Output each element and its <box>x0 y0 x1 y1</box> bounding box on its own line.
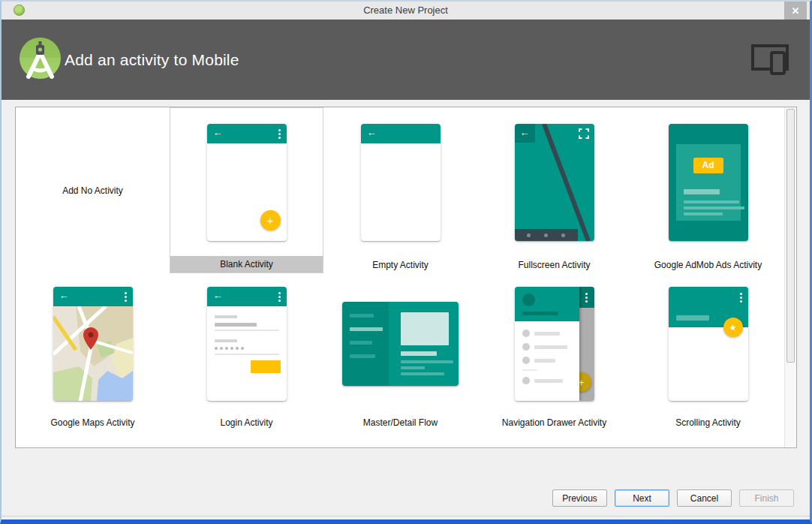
template-add-no-activity[interactable]: Add No Activity <box>16 107 170 273</box>
blank-activity-thumbnail: ← + <box>207 124 287 241</box>
template-empty-activity[interactable]: ← Empty Activity <box>323 107 477 273</box>
overflow-menu-icon <box>125 292 127 302</box>
admob-activity-thumbnail: Ad <box>669 124 748 241</box>
add-icon: + <box>267 214 274 227</box>
template-label: Scrolling Activity <box>631 414 785 431</box>
template-master-detail-flow[interactable]: Master/Detail Flow <box>323 273 477 447</box>
fab-star-button: ★ <box>723 318 743 337</box>
password-dots <box>215 347 244 350</box>
fab-add-button: + <box>260 210 281 230</box>
mobile-form-factor-icon <box>751 44 790 76</box>
detail-panel <box>389 302 459 386</box>
overflow-menu-icon <box>585 293 588 303</box>
drawer-divider <box>522 369 537 371</box>
login-activity-thumbnail: ← <box>207 287 287 401</box>
field-value-placeholder <box>215 323 257 327</box>
page-title: Add an activity to Mobile <box>65 20 239 100</box>
master-list-panel <box>342 302 389 386</box>
footer-divider <box>2 516 810 516</box>
placeholder-line <box>401 351 437 356</box>
template-google-maps-activity[interactable]: ← <box>16 273 170 447</box>
template-admob-ads-activity[interactable]: Ad Google AdMob Ads Activity <box>631 107 785 273</box>
image-placeholder <box>401 312 449 345</box>
template-label: Blank Activity <box>170 256 323 273</box>
window-title: Create New Project <box>2 2 810 20</box>
drawer-item <box>522 357 555 364</box>
drawer-item <box>522 377 563 384</box>
close-icon: ✕ <box>792 5 800 17</box>
template-label: Fullscreen Activity <box>477 257 631 273</box>
activity-gallery-panel: Add No Activity ← + <box>15 107 797 448</box>
back-arrow-icon: ← <box>59 290 69 301</box>
template-label: Empty Activity <box>323 257 477 273</box>
placeholder-line <box>684 206 744 209</box>
maps-activity-thumbnail: ← <box>53 287 133 401</box>
scrollbar-thumb[interactable] <box>786 109 795 363</box>
nav-drawer-thumbnail: + <box>515 287 594 401</box>
activity-grid: Add No Activity ← + <box>16 107 785 447</box>
back-arrow-icon: ← <box>213 290 223 301</box>
appbar: ← <box>207 124 287 143</box>
ad-badge: Ad <box>693 158 723 173</box>
close-button[interactable]: ✕ <box>784 2 807 20</box>
master-detail-thumbnail <box>342 302 459 386</box>
title-placeholder <box>676 315 709 321</box>
star-icon: ★ <box>729 323 737 333</box>
finish-button: Finish <box>739 489 794 507</box>
back-arrow-icon: ← <box>213 127 223 138</box>
placeholder-line <box>350 354 375 358</box>
template-label: Google AdMob Ads Activity <box>631 257 785 273</box>
placeholder-line <box>522 312 558 315</box>
field-underline <box>215 330 279 331</box>
vertical-scrollbar[interactable] <box>784 107 796 447</box>
template-label: Add No Activity <box>16 185 170 196</box>
empty-activity-thumbnail: ← <box>361 124 441 241</box>
appbar: ← <box>53 287 133 306</box>
android-studio-logo <box>20 38 61 79</box>
overflow-menu-icon <box>740 293 742 303</box>
template-blank-activity[interactable]: ← + Blank Activity <box>170 107 323 273</box>
create-new-project-dialog: Create New Project ✕ Add an activity to … <box>0 0 812 524</box>
dialog-buttons: Previous Next Cancel Finish <box>552 489 794 507</box>
overflow-menu-icon <box>278 292 281 302</box>
sign-in-button-placeholder <box>251 360 281 373</box>
drawer-item <box>522 343 567 351</box>
appbar: ← <box>207 287 287 306</box>
placeholder-line <box>350 314 374 318</box>
placeholder-line <box>350 327 383 331</box>
placeholder-line <box>401 372 444 375</box>
appbar: ← <box>361 124 441 143</box>
placeholder-line <box>350 341 372 345</box>
appbar-edge <box>578 287 594 308</box>
previous-button[interactable]: Previous <box>552 489 607 507</box>
placeholder-line <box>684 200 739 203</box>
template-scrolling-activity[interactable]: ★ Scrolling Activity <box>631 273 785 447</box>
drawer-item <box>522 330 560 337</box>
next-button[interactable]: Next <box>615 489 669 507</box>
back-arrow-icon: ← <box>367 127 377 138</box>
placeholder-line <box>401 360 453 363</box>
map-graphic <box>53 306 133 401</box>
template-label: Master/Detail Flow <box>323 414 477 431</box>
wizard-header: Add an activity to Mobile <box>2 20 810 100</box>
template-login-activity[interactable]: ← Login Activity <box>170 273 323 447</box>
template-fullscreen-activity[interactable]: ← Fullscreen Activity <box>477 107 631 273</box>
content-panel: Ad <box>676 144 741 221</box>
field-label-placeholder <box>215 339 237 342</box>
field-label-placeholder <box>215 315 237 318</box>
template-label: Login Activity <box>170 414 323 431</box>
fullscreen-activity-thumbnail: ← <box>515 124 594 241</box>
cancel-button[interactable]: Cancel <box>677 489 732 507</box>
placeholder-line <box>684 189 720 194</box>
scrolling-activity-thumbnail: ★ <box>669 287 748 401</box>
field-underline <box>215 354 279 355</box>
add-icon: + <box>579 377 585 388</box>
overflow-menu-icon <box>278 129 281 139</box>
template-navigation-drawer-activity[interactable]: + <box>477 273 631 447</box>
title-bar[interactable]: Create New Project ✕ <box>2 2 810 20</box>
avatar <box>522 294 535 306</box>
dialog-body: Add No Activity ← + <box>2 100 810 519</box>
placeholder-line <box>684 212 723 215</box>
template-label: Google Maps Activity <box>16 414 170 431</box>
diagonal-accent <box>515 124 594 241</box>
